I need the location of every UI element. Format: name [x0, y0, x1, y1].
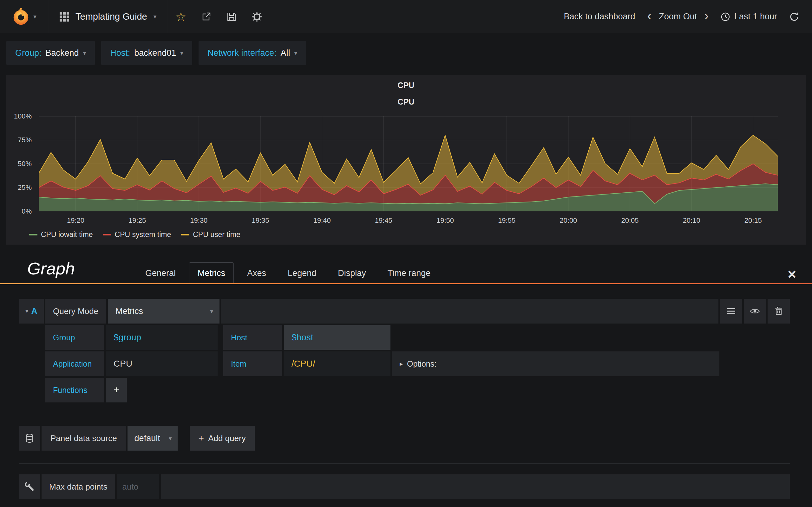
caret-down-icon: ▾: [294, 49, 297, 57]
legend-item[interactable]: CPU iowait time: [29, 230, 93, 239]
item-input[interactable]: /CPU/: [284, 351, 391, 376]
query-mode-value: Metrics: [115, 306, 143, 316]
variable-value: All: [281, 48, 290, 58]
cell-gap: [219, 351, 222, 376]
time-range-label: Last 1 hour: [734, 12, 777, 21]
tab-legend[interactable]: Legend: [280, 263, 324, 283]
x-axis-tick-label: 19:30: [190, 216, 207, 225]
options-label: Options:: [407, 359, 437, 369]
x-axis-tick-label: 19:55: [498, 216, 515, 225]
cpu-graph-panel: CPU CPU 100%75%50%25%0% 19:2019:2519:301…: [6, 75, 806, 245]
dashboard-title: Templating Guide: [75, 11, 147, 22]
share-dashboard-button[interactable]: [194, 0, 219, 33]
variable-netif-dropdown[interactable]: Network interface: All ▾: [199, 41, 306, 65]
editor-accent-line: [0, 283, 812, 284]
cell-gap: [179, 426, 188, 451]
query-delete-button[interactable]: [768, 299, 790, 324]
variable-group-dropdown[interactable]: Group: Backend ▾: [6, 41, 95, 65]
cpu-chart[interactable]: [39, 116, 778, 211]
legend-label: CPU system time: [115, 230, 171, 239]
save-icon: [227, 12, 236, 21]
add-function-button[interactable]: +: [106, 378, 127, 402]
x-axis-tick-label: 19:25: [129, 216, 146, 225]
query-ref-letter: A: [31, 306, 38, 316]
database-icon: [25, 434, 34, 443]
query-ref-toggle[interactable]: ▾ A: [19, 299, 44, 324]
x-axis-tick-label: 20:15: [745, 216, 762, 225]
query-mode-select[interactable]: Metrics ▾: [108, 299, 219, 324]
wrench-icon-cell: [19, 474, 40, 499]
max-data-points-row: Max data points: [19, 474, 790, 499]
tab-metrics[interactable]: Metrics: [189, 262, 234, 283]
datasource-value: default: [135, 434, 160, 443]
legend-swatch-icon: [181, 234, 189, 235]
caret-down-icon: ▾: [210, 308, 213, 315]
x-axis-tick-label: 20:10: [683, 216, 700, 225]
host-input[interactable]: $host: [284, 325, 391, 350]
legend-item[interactable]: CPU user time: [181, 230, 241, 239]
max-data-points-input[interactable]: [122, 482, 154, 492]
add-query-button[interactable]: + Add query: [190, 426, 255, 451]
trash-icon: [774, 306, 783, 316]
chevron-right-icon[interactable]: ›: [705, 10, 709, 24]
plus-icon: +: [113, 384, 119, 396]
query-row-mode: ▾ A Query Mode Metrics ▾: [19, 299, 790, 324]
caret-down-icon: ▾: [154, 13, 157, 20]
item-label: Item: [223, 351, 282, 376]
datasource-select[interactable]: default ▾: [128, 426, 177, 451]
legend-item[interactable]: CPU system time: [103, 230, 171, 239]
max-data-points-label: Max data points: [42, 474, 115, 499]
save-dashboard-button[interactable]: [219, 0, 244, 33]
section-divider: [19, 463, 790, 464]
caret-down-icon: ▾: [169, 435, 172, 442]
refresh-button[interactable]: [789, 12, 799, 22]
time-range-picker[interactable]: Last 1 hour: [721, 12, 777, 21]
tab-time-range[interactable]: Time range: [379, 263, 439, 283]
panel-type-title: Graph: [27, 259, 110, 283]
variable-host-dropdown[interactable]: Host: backend01 ▾: [101, 41, 192, 65]
dashboard-title-dropdown[interactable]: Templating Guide ▾: [48, 0, 168, 33]
zoom-out-button[interactable]: Zoom Out: [659, 12, 697, 21]
close-icon[interactable]: ×: [788, 267, 801, 283]
x-axis-tick-label: 19:35: [252, 216, 269, 225]
chevron-left-icon[interactable]: ‹: [647, 10, 652, 24]
navbar: ▾ Templating Guide ▾ ☆ Back to dashboard: [0, 0, 812, 33]
star-dashboard-button[interactable]: ☆: [168, 0, 194, 33]
variable-label: Group:: [15, 48, 42, 58]
host-label: Host: [223, 325, 282, 350]
grafana-logo-icon: [11, 7, 31, 26]
row-filler: [221, 299, 718, 324]
variable-value: backend01: [134, 48, 176, 58]
y-axis-tick-label: 25%: [18, 183, 32, 192]
panel-title[interactable]: CPU: [6, 80, 806, 90]
options-toggle[interactable]: ▸ Options:: [392, 351, 719, 376]
group-input[interactable]: $group: [106, 325, 217, 350]
x-axis-tick-label: 19:45: [375, 216, 392, 225]
chart-plot-area: 100%75%50%25%0%: [39, 116, 778, 211]
group-label: Group: [45, 325, 104, 350]
max-data-points-input-cell: [117, 474, 159, 499]
legend-swatch-icon: [29, 234, 38, 235]
back-to-dashboard-link[interactable]: Back to dashboard: [564, 12, 635, 21]
functions-label: Functions: [45, 378, 104, 402]
grafana-logo-button[interactable]: ▾: [0, 0, 48, 33]
y-axis-tick-label: 75%: [18, 136, 32, 144]
clock-icon: [721, 12, 730, 21]
legend-swatch-icon: [103, 234, 111, 235]
x-axis-tick-label: 19:20: [67, 216, 84, 225]
query-mode-label: Query Mode: [45, 299, 106, 324]
gear-icon: [252, 12, 262, 22]
tab-display[interactable]: Display: [329, 263, 374, 283]
zoom-controls: ‹ Zoom Out ›: [647, 10, 709, 24]
tab-axes[interactable]: Axes: [239, 263, 274, 283]
options-caret-icon: ▸: [400, 360, 403, 368]
settings-button[interactable]: [244, 0, 270, 33]
add-query-label: Add query: [208, 434, 246, 443]
row-indent: [19, 378, 44, 402]
application-input[interactable]: CPU: [106, 351, 217, 376]
y-axis-tick-label: 100%: [14, 112, 32, 120]
query-menu-button[interactable]: [720, 299, 742, 324]
query-toggle-visibility-button[interactable]: [744, 299, 766, 324]
share-icon: [201, 12, 211, 21]
tab-general[interactable]: General: [137, 263, 184, 283]
